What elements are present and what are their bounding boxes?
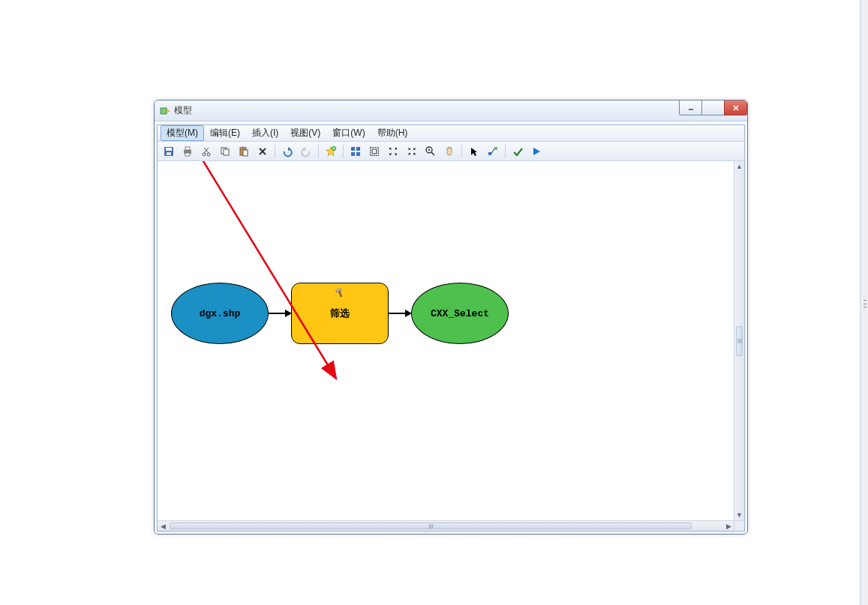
svg-rect-55 (488, 152, 491, 155)
svg-point-11 (203, 153, 206, 156)
page-right-edge (860, 0, 868, 605)
svg-rect-33 (372, 149, 377, 154)
copy-icon[interactable] (217, 143, 233, 160)
app-icon (159, 105, 171, 117)
save-icon[interactable] (161, 143, 177, 160)
menu-window[interactable]: 窗口(W) (326, 125, 371, 141)
hammer-icon (335, 288, 345, 298)
menu-view[interactable]: 视图(V) (284, 125, 326, 141)
svg-marker-1 (167, 109, 170, 112)
toolbar-separator (275, 145, 275, 158)
node-label: CXX_Select (431, 308, 489, 319)
model-builder-window: 模型 模型(M) 编辑(E) 插入(I) 视图(V) 窗口(W) 帮助(H) (154, 100, 748, 535)
resize-grip-icon (863, 300, 866, 307)
print-icon[interactable] (179, 143, 196, 160)
toolbar-separator (343, 145, 344, 158)
svg-rect-16 (224, 149, 229, 155)
scroll-left-icon[interactable]: ◀ (158, 521, 168, 532)
delete-icon[interactable] (254, 143, 271, 160)
toolbar-separator (461, 145, 462, 158)
svg-marker-54 (471, 148, 477, 156)
redo-icon[interactable] (298, 143, 314, 160)
connect-icon[interactable] (485, 143, 501, 160)
window-controls (680, 100, 747, 115)
client-area: 模型(M) 编辑(E) 插入(I) 视图(V) 窗口(W) 帮助(H) (155, 121, 747, 534)
menu-bar: 模型(M) 编辑(E) 插入(I) 视图(V) 窗口(W) 帮助(H) (158, 125, 744, 142)
pan-icon[interactable] (441, 143, 458, 160)
scroll-right-icon[interactable]: ▶ (723, 521, 734, 532)
svg-rect-32 (371, 147, 379, 155)
scroll-corner (734, 520, 744, 531)
svg-rect-29 (356, 147, 360, 151)
scroll-down-icon[interactable]: ▼ (734, 510, 744, 520)
full-extent-icon[interactable] (366, 143, 383, 160)
output-data-node[interactable]: CXX_Select (411, 283, 509, 344)
svg-rect-10 (185, 153, 190, 156)
run-icon[interactable] (528, 143, 545, 160)
toolbar (158, 142, 744, 161)
paste-icon[interactable] (236, 143, 252, 160)
horizontal-scrollbar[interactable]: ◀ ▶ (158, 520, 734, 531)
svg-marker-58 (533, 148, 540, 155)
menu-help[interactable]: 帮助(H) (371, 125, 414, 141)
validate-icon[interactable] (509, 143, 526, 160)
window-title: 模型 (174, 104, 192, 117)
menu-insert[interactable]: 插入(I) (246, 125, 284, 141)
select-icon[interactable] (466, 143, 482, 160)
toolbar-separator (318, 145, 319, 158)
add-data-icon[interactable] (323, 143, 339, 160)
zoom-in-fixed-icon[interactable] (385, 143, 401, 160)
zoom-in-icon[interactable] (422, 143, 439, 160)
menu-model[interactable]: 模型(M) (161, 125, 204, 141)
svg-rect-56 (494, 147, 497, 150)
svg-rect-7 (167, 152, 171, 155)
menu-edit[interactable]: 编辑(E) (204, 125, 246, 141)
auto-layout-icon[interactable] (347, 143, 364, 160)
svg-rect-19 (243, 150, 248, 156)
svg-rect-30 (351, 152, 355, 156)
zoom-out-fixed-icon[interactable] (404, 143, 420, 160)
toolbar-separator (505, 145, 506, 158)
svg-rect-9 (185, 147, 190, 150)
svg-point-12 (207, 153, 210, 156)
scroll-up-icon[interactable]: ▲ (734, 161, 744, 172)
svg-rect-28 (351, 147, 355, 151)
canvas-viewport[interactable]: dgx.shp 筛选 CXX_Select (158, 161, 734, 520)
undo-icon[interactable] (279, 143, 296, 160)
minimize-button[interactable] (679, 100, 702, 115)
cut-icon[interactable] (198, 143, 215, 160)
svg-line-62 (195, 161, 336, 379)
maximize-button[interactable] (701, 100, 725, 115)
node-label: 筛选 (330, 307, 350, 320)
svg-rect-31 (356, 152, 360, 156)
svg-line-51 (431, 152, 434, 155)
vertical-scrollbar[interactable]: ▲ ▼ (734, 161, 744, 520)
node-label: dgx.shp (200, 308, 241, 319)
titlebar[interactable]: 模型 (155, 100, 747, 121)
input-data-node[interactable]: dgx.shp (171, 283, 269, 344)
svg-rect-0 (161, 108, 167, 114)
svg-line-57 (491, 148, 494, 154)
tool-node[interactable]: 筛选 (291, 283, 389, 344)
close-button[interactable] (724, 100, 747, 115)
scroll-thumb[interactable] (170, 523, 692, 529)
scroll-thumb[interactable] (736, 326, 743, 356)
canvas-area: dgx.shp 筛选 CXX_Select (158, 161, 744, 531)
svg-rect-60 (338, 291, 342, 297)
svg-rect-6 (166, 148, 172, 151)
svg-rect-18 (242, 146, 245, 148)
